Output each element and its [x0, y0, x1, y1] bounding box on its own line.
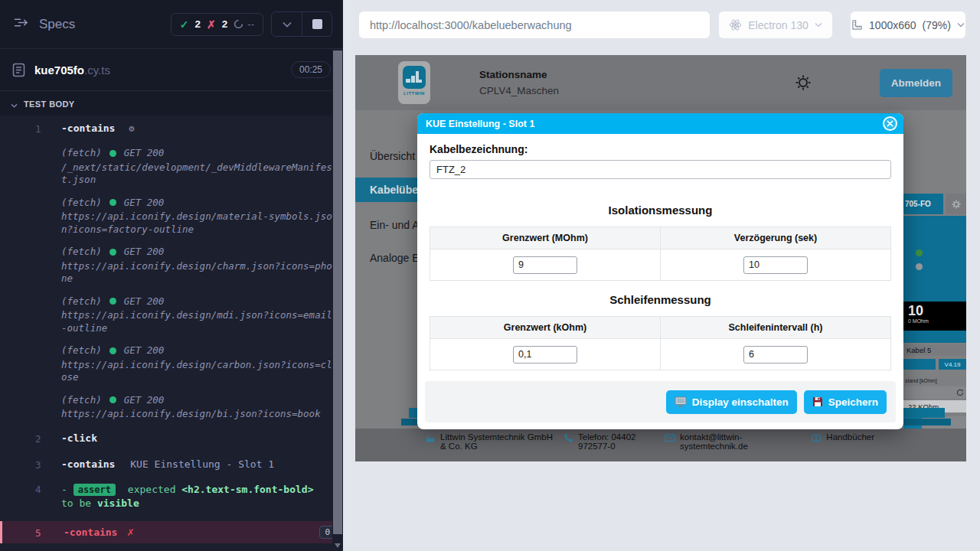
fetch-log[interactable]: (fetch) GET 200 https://api.iconify.desi… — [0, 295, 343, 335]
collapse-button[interactable] — [272, 12, 302, 36]
grenzwert-mohm-input[interactable] — [513, 256, 577, 274]
schleifenmessung-table: Grenzwert (kOhm) Schleifenintervall (h) — [430, 316, 891, 370]
modal-body: Kabelbezeichnung: Isolationsmessung Gren… — [417, 134, 903, 370]
fetch-log[interactable]: (fetch) GET 200 https://api.iconify.desi… — [0, 246, 343, 285]
fetch-status: GET 200 — [124, 394, 165, 407]
station-value: CPLV4_Maschen — [479, 85, 559, 96]
status-dot-gray-icon — [916, 263, 923, 270]
book-icon — [811, 433, 822, 443]
scroll-down-arrow-icon[interactable] — [335, 543, 341, 548]
command-log: 1 -contains ⚙ (fetch) GET 200 /_next/sta… — [0, 116, 343, 551]
reporter-scrollbar[interactable] — [332, 49, 343, 551]
specs-menu-icon[interactable] — [14, 17, 28, 31]
command-number: 3 — [0, 458, 61, 471]
speichern-button[interactable]: Speichern — [804, 390, 887, 414]
isolationsmessung-table: Grenzwert (MOhm) Verzögerung (sek) — [430, 227, 891, 281]
command-name: -contains — [61, 122, 115, 134]
measurement-display: 10 0 MOhm — [903, 302, 966, 331]
factory-icon — [426, 433, 436, 443]
display-einschalten-button[interactable]: Display einschalten — [666, 390, 797, 414]
grenzwert-kohm-input[interactable] — [513, 346, 577, 364]
fetch-label: (fetch) — [61, 197, 102, 210]
command-contains-3[interactable]: 3 -contains KUE Einstellung - Slot 1 — [0, 456, 343, 473]
verzoegerung-input[interactable] — [743, 256, 808, 274]
slot-gear-icon[interactable] — [946, 194, 966, 214]
status-dot-icon — [109, 298, 116, 305]
pending-count: -- — [247, 18, 254, 30]
modal-title: KUE Einstellung - Slot 1 — [426, 119, 534, 129]
pending-stat: -- — [234, 18, 254, 30]
command-contains-failed[interactable]: 5 -contains ✗ 0 — [0, 521, 343, 543]
footer-email: kontakt@littwin-systemtechnik.de — [665, 432, 772, 451]
fetch-label: (fetch) — [61, 344, 102, 357]
fetch-url: https://api.iconify.design/charm.json?ic… — [61, 260, 332, 285]
settings-gear-icon[interactable] — [794, 73, 812, 92]
modal-header: KUE Einstellung - Slot 1 — [417, 113, 903, 134]
run-controls — [271, 11, 332, 37]
command-click[interactable]: 2 -click — [0, 430, 343, 447]
fetch-status: GET 200 — [124, 147, 165, 160]
modal-footer: Display einschalten Speichern — [425, 381, 896, 422]
spinner-icon — [234, 19, 243, 29]
chevron-down-icon — [815, 22, 822, 28]
browser-selector[interactable]: Electron 130 — [718, 11, 833, 39]
kabel-label: Kabel 5 — [903, 344, 966, 356]
command-contains-1[interactable]: 1 -contains ⚙ — [0, 120, 343, 137]
col-grenzwert-kohm: Grenzwert (kOhm) — [430, 317, 661, 339]
command-name: -contains — [64, 527, 117, 538]
fetch-label: (fetch) — [61, 394, 102, 407]
mail-icon — [665, 433, 675, 442]
app-header: LITTWIN Stationsname CPLV4_Maschen Abmel… — [355, 55, 966, 110]
browser-name: Electron 130 — [748, 19, 808, 31]
fetch-label: (fetch) — [61, 295, 102, 308]
fetch-url: https://api.iconify.design/mdi.json?icon… — [61, 309, 332, 334]
stop-button[interactable] — [302, 12, 332, 36]
app-footer: Littwin Systemtechnik GmbH & Co. KG Tele… — [355, 429, 966, 461]
isolationsmessung-title: Isolationsmessung — [430, 204, 891, 217]
version-label: V4.19 — [939, 359, 966, 370]
url-input[interactable] — [358, 11, 710, 39]
status-dot-icon — [109, 249, 116, 256]
fetch-url: https://api.iconify.design/material-symb… — [61, 210, 332, 236]
command-number: 5 — [2, 527, 64, 539]
col-verzoegerung: Verzögerung (sek) — [661, 227, 891, 249]
col-schleifenintervall: Schleifenintervall (h) — [661, 317, 891, 339]
fetch-url: https://api.iconify.design/bi.json?icons… — [61, 408, 332, 421]
fetch-log[interactable]: (fetch) GET 200 https://api.iconify.desi… — [0, 394, 343, 421]
command-name: -click — [61, 432, 97, 444]
scrollbar-thumb[interactable] — [333, 51, 342, 534]
kabelbezeichnung-input[interactable] — [430, 160, 891, 179]
littwin-logo-text: LITTWIN — [403, 91, 425, 96]
test-stats: ✓ 2 ✗ 2 -- — [171, 13, 263, 36]
status-dot-icon — [109, 396, 116, 403]
footer-company: Littwin Systemtechnik GmbH & Co. KG — [426, 432, 556, 451]
resistance-label: stand [kOhm] — [903, 376, 966, 385]
fetch-log[interactable]: (fetch) GET 200 https://api.iconify.desi… — [0, 344, 343, 384]
refresh-icon[interactable] — [903, 386, 966, 399]
status-dot-icon — [109, 150, 116, 157]
command-arg: KUE Einstellung - Slot 1 — [130, 458, 274, 470]
chevron-down-icon — [283, 21, 292, 28]
fetch-log[interactable]: (fetch) GET 200 https://api.iconify.desi… — [0, 197, 343, 236]
footer-manuals[interactable]: Handbücher — [811, 432, 874, 443]
col-grenzwert-mohm: Grenzwert (MOhm) — [430, 227, 661, 249]
command-assert[interactable]: 4 - assert expected <h2.text-sm.font-bol… — [0, 481, 343, 514]
spec-row[interactable]: kue705fo.cy.ts 00:25 — [0, 49, 343, 91]
reporter-header: Specs ✓ 2 ✗ 2 -- — [0, 0, 343, 49]
schleifenmessung-title: Schleifenmessung — [430, 293, 891, 306]
spec-file-icon — [12, 63, 25, 77]
viewport-selector[interactable]: 1000x660 (79%) — [850, 11, 966, 39]
fail-x-icon: ✗ — [126, 527, 134, 538]
fetch-status: GET 200 — [124, 197, 165, 210]
fetch-log[interactable]: (fetch) GET 200 /_next/static/developmen… — [0, 147, 343, 187]
logout-button[interactable]: Abmelden — [880, 69, 952, 97]
gear-icon: ⚙ — [129, 123, 134, 134]
test-body-header[interactable]: TEST BODY — [0, 91, 343, 116]
nav-item-overview[interactable]: Übersicht — [370, 150, 415, 162]
schleifenintervall-input[interactable] — [743, 346, 808, 364]
fetch-status: GET 200 — [124, 344, 165, 357]
close-icon[interactable] — [883, 116, 897, 131]
phone-icon — [564, 433, 573, 443]
cypress-reporter: Specs ✓ 2 ✗ 2 -- — [0, 0, 343, 551]
chevron-down-icon — [11, 97, 18, 111]
